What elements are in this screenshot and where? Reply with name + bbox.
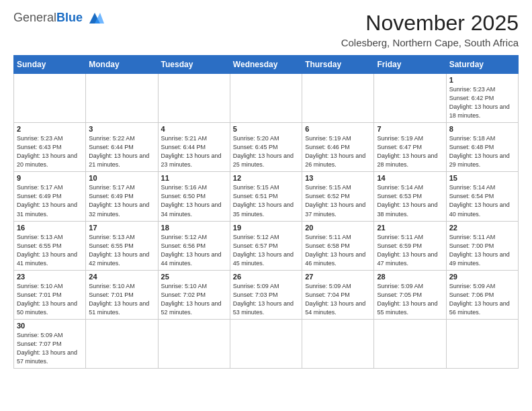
- calendar-day-cell: 6Sunrise: 5:19 AM Sunset: 6:46 PM Daylig…: [302, 123, 374, 172]
- day-info: Sunrise: 5:19 AM Sunset: 6:47 PM Dayligh…: [377, 134, 443, 169]
- calendar-day-cell: [446, 319, 518, 368]
- calendar-day-cell: [230, 319, 302, 368]
- calendar-day-cell: 30Sunrise: 5:09 AM Sunset: 7:07 PM Dayli…: [14, 319, 86, 368]
- calendar-day-cell: 12Sunrise: 5:15 AM Sunset: 6:51 PM Dayli…: [230, 172, 302, 221]
- calendar-day-cell: [302, 74, 374, 123]
- day-number: 28: [377, 273, 443, 281]
- calendar-day-cell: 17Sunrise: 5:13 AM Sunset: 6:55 PM Dayli…: [86, 221, 158, 270]
- calendar-day-cell: 27Sunrise: 5:09 AM Sunset: 7:04 PM Dayli…: [302, 270, 374, 319]
- calendar-day-cell: 5Sunrise: 5:20 AM Sunset: 6:45 PM Daylig…: [230, 123, 302, 172]
- calendar-day-cell: [86, 319, 158, 368]
- calendar-day-cell: 24Sunrise: 5:10 AM Sunset: 7:01 PM Dayli…: [86, 270, 158, 319]
- day-of-week-header: Sunday: [14, 56, 86, 74]
- day-number: 18: [161, 224, 227, 232]
- day-info: Sunrise: 5:10 AM Sunset: 7:02 PM Dayligh…: [161, 282, 227, 317]
- calendar-day-cell: [374, 319, 446, 368]
- title-area: November 2025 Colesberg, Northern Cape, …: [341, 11, 519, 48]
- day-number: 19: [233, 224, 299, 232]
- calendar-table: SundayMondayTuesdayWednesdayThursdayFrid…: [13, 55, 519, 369]
- calendar-day-cell: 8Sunrise: 5:18 AM Sunset: 6:48 PM Daylig…: [446, 123, 518, 172]
- day-info: Sunrise: 5:21 AM Sunset: 6:44 PM Dayligh…: [161, 134, 227, 169]
- day-number: 1: [449, 76, 515, 84]
- calendar-day-cell: [230, 74, 302, 123]
- calendar-day-cell: 15Sunrise: 5:14 AM Sunset: 6:54 PM Dayli…: [446, 172, 518, 221]
- day-number: 26: [233, 273, 299, 281]
- location-title: Colesberg, Northern Cape, South Africa: [341, 37, 519, 48]
- calendar-day-cell: 22Sunrise: 5:11 AM Sunset: 7:00 PM Dayli…: [446, 221, 518, 270]
- calendar-day-cell: 21Sunrise: 5:11 AM Sunset: 6:59 PM Dayli…: [374, 221, 446, 270]
- day-number: 20: [305, 224, 371, 232]
- day-number: 15: [449, 174, 515, 182]
- day-number: 10: [89, 174, 154, 182]
- day-info: Sunrise: 5:10 AM Sunset: 7:01 PM Dayligh…: [89, 282, 154, 317]
- day-info: Sunrise: 5:09 AM Sunset: 7:05 PM Dayligh…: [377, 282, 443, 317]
- day-info: Sunrise: 5:14 AM Sunset: 6:53 PM Dayligh…: [377, 183, 443, 218]
- calendar-day-cell: 18Sunrise: 5:12 AM Sunset: 6:56 PM Dayli…: [158, 221, 230, 270]
- calendar-week-row: 2Sunrise: 5:23 AM Sunset: 6:43 PM Daylig…: [14, 123, 519, 172]
- day-number: 9: [17, 174, 83, 182]
- day-info: Sunrise: 5:09 AM Sunset: 7:03 PM Dayligh…: [233, 282, 299, 317]
- day-info: Sunrise: 5:12 AM Sunset: 6:56 PM Dayligh…: [161, 233, 227, 268]
- day-info: Sunrise: 5:10 AM Sunset: 7:01 PM Dayligh…: [17, 282, 83, 317]
- calendar-day-cell: 10Sunrise: 5:17 AM Sunset: 6:49 PM Dayli…: [86, 172, 158, 221]
- calendar-day-cell: 13Sunrise: 5:15 AM Sunset: 6:52 PM Dayli…: [302, 172, 374, 221]
- day-number: 17: [89, 224, 154, 232]
- calendar-day-cell: 25Sunrise: 5:10 AM Sunset: 7:02 PM Dayli…: [158, 270, 230, 319]
- day-info: Sunrise: 5:14 AM Sunset: 6:54 PM Dayligh…: [449, 183, 515, 218]
- day-of-week-header: Tuesday: [158, 56, 230, 74]
- day-info: Sunrise: 5:15 AM Sunset: 6:51 PM Dayligh…: [233, 183, 299, 218]
- day-info: Sunrise: 5:23 AM Sunset: 6:42 PM Dayligh…: [449, 85, 515, 120]
- day-number: 23: [17, 273, 83, 281]
- day-info: Sunrise: 5:12 AM Sunset: 6:57 PM Dayligh…: [233, 233, 299, 268]
- calendar-week-row: 30Sunrise: 5:09 AM Sunset: 7:07 PM Dayli…: [14, 319, 519, 368]
- calendar-day-cell: 7Sunrise: 5:19 AM Sunset: 6:47 PM Daylig…: [374, 123, 446, 172]
- calendar-day-cell: 1Sunrise: 5:23 AM Sunset: 6:42 PM Daylig…: [446, 74, 518, 123]
- day-info: Sunrise: 5:09 AM Sunset: 7:07 PM Dayligh…: [17, 331, 83, 366]
- day-number: 24: [89, 273, 154, 281]
- calendar-day-cell: 23Sunrise: 5:10 AM Sunset: 7:01 PM Dayli…: [14, 270, 86, 319]
- calendar-day-cell: 4Sunrise: 5:21 AM Sunset: 6:44 PM Daylig…: [158, 123, 230, 172]
- day-info: Sunrise: 5:11 AM Sunset: 6:58 PM Dayligh…: [305, 233, 371, 268]
- logo-blue-text: Blue: [56, 11, 83, 25]
- day-info: Sunrise: 5:20 AM Sunset: 6:45 PM Dayligh…: [233, 134, 299, 169]
- calendar-day-cell: [374, 74, 446, 123]
- day-info: Sunrise: 5:16 AM Sunset: 6:50 PM Dayligh…: [161, 183, 227, 218]
- day-number: 7: [377, 125, 443, 133]
- calendar-day-cell: 29Sunrise: 5:09 AM Sunset: 7:06 PM Dayli…: [446, 270, 518, 319]
- day-of-week-header: Wednesday: [230, 56, 302, 74]
- calendar-day-cell: 14Sunrise: 5:14 AM Sunset: 6:53 PM Dayli…: [374, 172, 446, 221]
- calendar-day-cell: [302, 319, 374, 368]
- day-number: 6: [305, 125, 371, 133]
- day-info: Sunrise: 5:13 AM Sunset: 6:55 PM Dayligh…: [89, 233, 154, 268]
- day-number: 11: [161, 174, 227, 182]
- calendar-day-cell: 16Sunrise: 5:13 AM Sunset: 6:55 PM Dayli…: [14, 221, 86, 270]
- day-number: 25: [161, 273, 227, 281]
- calendar-day-cell: 20Sunrise: 5:11 AM Sunset: 6:58 PM Dayli…: [302, 221, 374, 270]
- day-info: Sunrise: 5:19 AM Sunset: 6:46 PM Dayligh…: [305, 134, 371, 169]
- calendar-week-row: 23Sunrise: 5:10 AM Sunset: 7:01 PM Dayli…: [14, 270, 519, 319]
- day-of-week-header: Friday: [374, 56, 446, 74]
- calendar-day-cell: [14, 74, 86, 123]
- calendar-day-cell: 26Sunrise: 5:09 AM Sunset: 7:03 PM Dayli…: [230, 270, 302, 319]
- day-number: 30: [17, 322, 83, 330]
- calendar-header-row: SundayMondayTuesdayWednesdayThursdayFrid…: [14, 56, 519, 74]
- calendar-day-cell: [158, 319, 230, 368]
- day-of-week-header: Monday: [86, 56, 158, 74]
- day-info: Sunrise: 5:09 AM Sunset: 7:06 PM Dayligh…: [449, 282, 515, 317]
- day-of-week-header: Saturday: [446, 56, 518, 74]
- day-of-week-header: Thursday: [302, 56, 374, 74]
- calendar-day-cell: 9Sunrise: 5:17 AM Sunset: 6:49 PM Daylig…: [14, 172, 86, 221]
- day-info: Sunrise: 5:22 AM Sunset: 6:44 PM Dayligh…: [89, 134, 154, 169]
- day-number: 22: [449, 224, 515, 232]
- calendar-day-cell: 3Sunrise: 5:22 AM Sunset: 6:44 PM Daylig…: [86, 123, 158, 172]
- calendar-day-cell: [158, 74, 230, 123]
- calendar-week-row: 9Sunrise: 5:17 AM Sunset: 6:49 PM Daylig…: [14, 172, 519, 221]
- day-number: 14: [377, 174, 443, 182]
- day-number: 21: [377, 224, 443, 232]
- day-info: Sunrise: 5:15 AM Sunset: 6:52 PM Dayligh…: [305, 183, 371, 218]
- day-number: 8: [449, 125, 515, 133]
- calendar-day-cell: [86, 74, 158, 123]
- page-header: General Blue November 2025 Colesberg, No…: [13, 11, 519, 48]
- day-info: Sunrise: 5:11 AM Sunset: 7:00 PM Dayligh…: [449, 233, 515, 268]
- logo-general-text: General: [13, 11, 56, 25]
